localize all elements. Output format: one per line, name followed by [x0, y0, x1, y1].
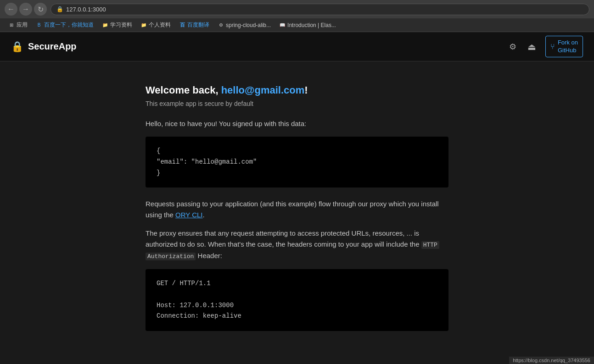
- welcome-prefix: Welcome back,: [146, 84, 221, 96]
- welcome-sub: This example app is secure by default: [146, 100, 448, 107]
- forward-button[interactable]: →: [19, 3, 32, 16]
- bookmark-apps-label: 应用: [17, 21, 28, 29]
- translate-icon: 百: [179, 22, 185, 28]
- browser-chrome: ← → ↻ 🔒 127.0.0.1:3000 ⊞ 应用 B 百度一下，你就知道 …: [0, 0, 594, 32]
- app-header: 🔒 SecureApp ⚙ ⏏ ⑂ Fork onGitHub: [0, 32, 594, 61]
- http-line-1: GET / HTTP/1.1: [157, 278, 437, 289]
- nav-buttons: ← → ↻: [5, 3, 47, 16]
- bookmark-personal-label: 个人资料: [149, 21, 171, 29]
- http-inline-code: HTTP: [421, 241, 439, 249]
- bookmarks-bar: ⊞ 应用 B 百度一下，你就知道 📁 学习资料 📁 个人资料 百 百度翻译 ⚙ …: [0, 18, 594, 32]
- fork-label: Fork onGitHub: [558, 39, 578, 55]
- app-lock-icon: 🔒: [11, 41, 23, 53]
- settings-button[interactable]: ⚙: [507, 40, 518, 54]
- bookmark-translate-label: 百度翻译: [187, 21, 209, 29]
- bookmark-translate[interactable]: 百 百度翻译: [175, 20, 213, 30]
- code-block-http: GET / HTTP/1.1 Host: 127.0.0.1:3000 Conn…: [146, 269, 448, 331]
- code-block-json: { "email": "hello@gmail.com" }: [146, 137, 448, 188]
- status-bar: https://blog.csdn.net/qq_37493556: [509, 357, 594, 364]
- bookmark-personal[interactable]: 📁 个人资料: [137, 20, 174, 30]
- book-icon: 📖: [279, 22, 286, 28]
- browser-toolbar: ← → ↻ 🔒 127.0.0.1:3000: [0, 0, 594, 18]
- code-line-2: "email": "hello@gmail.com": [157, 157, 437, 168]
- authorization-inline-code: Authorization: [146, 253, 196, 260]
- fork-icon: ⑂: [550, 43, 555, 51]
- bookmark-apps[interactable]: ⊞ 应用: [5, 20, 31, 30]
- http-line-2: [157, 289, 437, 300]
- proxy-text: Requests passing to your application (an…: [146, 199, 448, 221]
- back-button[interactable]: ←: [5, 3, 17, 16]
- app-logo[interactable]: 🔒 SecureApp: [11, 41, 77, 53]
- apps-icon: ⊞: [8, 22, 15, 28]
- http-line-3: Host: 127.0.0.1:3000: [157, 300, 437, 311]
- code-line-3: }: [157, 168, 437, 179]
- proxy-text-2: .: [203, 211, 205, 219]
- personal-icon: 📁: [140, 22, 147, 28]
- welcome-heading: Welcome back, hello@gmail.com!: [146, 84, 448, 96]
- refresh-button[interactable]: ↻: [34, 3, 47, 16]
- intro-text: Hello, nice to have you! You signed up w…: [146, 118, 448, 129]
- bookmark-spring-label: spring-cloud-alib...: [226, 22, 271, 28]
- bookmark-study[interactable]: 📁 学习资料: [98, 20, 136, 30]
- bookmark-introduction[interactable]: 📖 Introduction | Elas...: [275, 21, 340, 29]
- http-line-4: Connection: keep-alive: [157, 311, 437, 322]
- study-icon: 📁: [102, 22, 108, 28]
- welcome-suffix: !: [304, 84, 308, 96]
- ssl-lock-icon: 🔒: [56, 6, 63, 12]
- baidu-icon: B: [36, 22, 42, 28]
- header-text: Header:: [196, 252, 222, 259]
- fork-github-button[interactable]: ⑂ Fork onGitHub: [545, 36, 583, 58]
- welcome-email: hello@gmail.com: [221, 84, 305, 96]
- bookmark-spring[interactable]: ⚙ spring-cloud-alib...: [214, 21, 275, 29]
- status-url: https://blog.csdn.net/qq_37493556: [513, 358, 590, 363]
- code-line-1: {: [157, 146, 437, 157]
- url-text: 127.0.0.1:3000: [66, 6, 106, 13]
- proxy-text-2-para: The proxy ensures that any request attem…: [146, 228, 448, 262]
- proxy-text-3: The proxy ensures that any request attem…: [146, 229, 421, 248]
- main-content: Welcome back, hello@gmail.com! This exam…: [136, 61, 458, 364]
- ory-cli-link[interactable]: ORY CLI: [175, 211, 202, 219]
- header-actions: ⚙ ⏏ ⑂ Fork onGitHub: [507, 36, 583, 58]
- address-bar[interactable]: 🔒 127.0.0.1:3000: [50, 4, 589, 15]
- app-name: SecureApp: [28, 41, 77, 52]
- bookmark-introduction-label: Introduction | Elas...: [287, 22, 336, 28]
- bookmark-study-label: 学习资料: [110, 21, 132, 29]
- github-icon: ⚙: [218, 22, 224, 28]
- bookmark-baidu-label: 百度一下，你就知道: [44, 21, 94, 29]
- logout-button[interactable]: ⏏: [526, 39, 538, 54]
- bookmark-baidu[interactable]: B 百度一下，你就知道: [32, 20, 97, 30]
